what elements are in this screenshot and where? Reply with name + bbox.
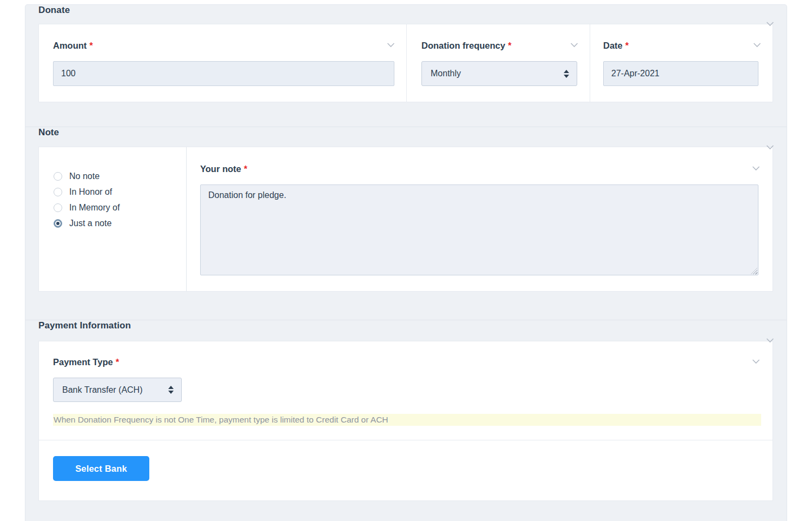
your-note-field-group: Your note* Donation for pledge. (186, 147, 773, 291)
payment-type-warning: When Donation Frequency is not One Time,… (53, 414, 761, 426)
chevron-down-icon[interactable] (752, 166, 760, 171)
required-asterisk: * (89, 40, 93, 51)
chevron-down-icon[interactable] (752, 359, 760, 364)
frequency-select[interactable]: Monthly (421, 61, 577, 86)
section-donate: Donate Amount* Donation frequen (25, 5, 787, 127)
payment-type-select[interactable]: Bank Transfer (ACH) (53, 378, 182, 402)
date-input[interactable] (603, 61, 758, 86)
note-option-in-honor-of[interactable]: In Honor of (54, 188, 186, 196)
your-note-textarea[interactable]: Donation for pledge. (200, 184, 758, 275)
chevron-down-icon[interactable] (570, 42, 578, 48)
required-asterisk: * (508, 40, 511, 51)
your-note-label: Your note* (200, 163, 247, 174)
required-asterisk: * (625, 40, 629, 51)
frequency-field-group: Donation frequency* Monthly (406, 24, 590, 102)
date-label: Date* (603, 40, 629, 51)
required-asterisk: * (244, 163, 247, 174)
payment-actions: Select Bank (39, 440, 773, 481)
donation-form-panel: Donate Amount* Donation frequen (25, 4, 787, 521)
payment-type-label: Payment Type* (53, 357, 119, 367)
section-title-donate: Donate (38, 5, 773, 16)
frequency-select-value: Monthly (431, 69, 461, 78)
required-asterisk: * (116, 357, 119, 367)
radio-icon (54, 203, 62, 212)
section-title-note: Note (38, 127, 773, 138)
select-bank-button[interactable]: Select Bank (53, 456, 149, 481)
date-field-group: Date* (590, 24, 773, 102)
chevron-down-icon[interactable] (387, 42, 395, 48)
note-option-just-a-note[interactable]: Just a note (54, 219, 186, 228)
radio-icon (54, 172, 62, 181)
amount-label: Amount* (53, 40, 93, 51)
note-option-in-memory-of[interactable]: In Memory of (54, 203, 186, 212)
chevron-down-icon[interactable] (753, 42, 761, 48)
select-arrows-icon (168, 386, 174, 394)
frequency-label: Donation frequency* (421, 40, 511, 51)
payment-type-select-value: Bank Transfer (ACH) (62, 385, 142, 395)
donate-fields-row: Amount* Donation frequency* Monthly (38, 24, 773, 102)
payment-type-field-group: Payment Type* Bank Transfer (ACH) When D… (39, 341, 773, 440)
section-title-payment-information: Payment Information (38, 320, 773, 331)
section-note: Note No note In Honor of In Memory of (25, 127, 787, 320)
payment-fields-card: Payment Type* Bank Transfer (ACH) When D… (38, 341, 773, 501)
section-payment-information: Payment Information Payment Type* Bank T… (25, 320, 787, 521)
radio-icon (54, 188, 62, 196)
amount-input[interactable] (53, 61, 394, 86)
note-fields-row: No note In Honor of In Memory of Just a … (38, 147, 773, 292)
amount-field-group: Amount* (39, 24, 406, 102)
note-option-no-note[interactable]: No note (54, 172, 186, 181)
note-type-options: No note In Honor of In Memory of Just a … (39, 147, 186, 291)
select-arrows-icon (564, 70, 569, 78)
radio-selected-icon (54, 219, 62, 228)
